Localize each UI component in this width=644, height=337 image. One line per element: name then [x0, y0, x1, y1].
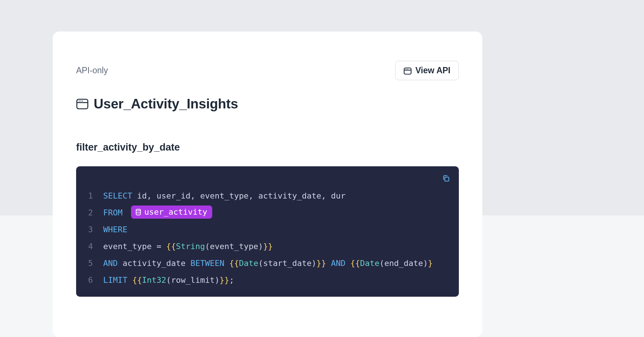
- template-brace: {{: [166, 242, 176, 251]
- svg-point-9: [82, 101, 83, 101]
- code-line-6: 6 LIMIT {{Int32(row_limit)}};: [84, 272, 451, 289]
- code-text: event_type =: [103, 242, 166, 251]
- keyword-and: AND: [103, 259, 118, 268]
- code-text: ;: [229, 275, 234, 285]
- template-brace: {{: [351, 259, 360, 268]
- line-number: 5: [84, 255, 103, 272]
- title-row: User_Activity_Insights: [76, 96, 459, 112]
- type-token: Date: [360, 259, 379, 268]
- header-row: API-only View API: [76, 61, 459, 80]
- svg-point-2: [405, 68, 406, 69]
- keyword-and: AND: [326, 259, 350, 268]
- api-only-badge: API-only: [76, 66, 108, 75]
- template-brace: }}: [317, 259, 326, 268]
- svg-point-8: [80, 101, 81, 101]
- code-line-3: 3 WHERE: [84, 221, 451, 238]
- svg-point-7: [79, 101, 79, 101]
- keyword-select: SELECT: [103, 191, 132, 200]
- code-line-2: 2 FROM user_activity: [84, 204, 451, 221]
- app-window-icon: [76, 99, 89, 110]
- copy-button[interactable]: [441, 173, 452, 184]
- code-text: [127, 275, 132, 285]
- code-line-1: 1 SELECT id, user_id, event_type, activi…: [84, 188, 451, 204]
- view-api-button[interactable]: View API: [395, 61, 459, 80]
- line-number: 1: [84, 188, 103, 204]
- copy-icon: [442, 174, 450, 182]
- database-icon: [135, 209, 141, 215]
- template-brace: {{: [229, 259, 239, 268]
- svg-point-11: [136, 209, 141, 211]
- table-name: user_activity: [144, 207, 207, 218]
- line-number: 3: [84, 221, 103, 238]
- page-title: User_Activity_Insights: [94, 96, 238, 112]
- line-number: 4: [84, 238, 103, 255]
- code-text: (end_date): [379, 259, 428, 268]
- table-chip[interactable]: user_activity: [131, 205, 212, 219]
- code-text: (start_date): [258, 259, 317, 268]
- svg-rect-0: [404, 68, 411, 74]
- type-token: Int32: [142, 275, 166, 285]
- type-token: String: [176, 242, 205, 251]
- code-text: [224, 259, 229, 268]
- view-api-label: View API: [415, 66, 450, 75]
- svg-point-4: [408, 68, 408, 69]
- code-line-4: 4 event_type = {{String(event_type)}}: [84, 238, 451, 255]
- code-text: id, user_id, event_type, activity_date, …: [132, 191, 345, 200]
- svg-rect-10: [445, 177, 449, 181]
- keyword-between: BETWEEN: [190, 259, 224, 268]
- template-brace: }: [428, 259, 433, 268]
- keyword-limit: LIMIT: [103, 275, 127, 285]
- keyword-from: FROM: [103, 208, 123, 217]
- code-text: (event_type): [205, 242, 263, 251]
- type-token: Date: [239, 259, 258, 268]
- code-text: activity_date: [118, 259, 191, 268]
- keyword-where: WHERE: [103, 221, 127, 238]
- svg-point-3: [407, 68, 407, 69]
- template-brace: {{: [132, 275, 142, 285]
- template-brace: }}: [263, 242, 273, 251]
- line-number: 6: [84, 272, 103, 289]
- code-panel: 1 SELECT id, user_id, event_type, activi…: [76, 166, 459, 297]
- app-window-icon: [404, 67, 412, 74]
- section-heading: filter_activity_by_date: [76, 142, 459, 153]
- code-text: (row_limit): [166, 275, 220, 285]
- template-brace: }}: [220, 275, 229, 285]
- code-line-5: 5 AND activity_date BETWEEN {{Date(start…: [84, 255, 451, 272]
- line-number: 2: [84, 204, 103, 221]
- main-card: API-only View API: [53, 32, 482, 337]
